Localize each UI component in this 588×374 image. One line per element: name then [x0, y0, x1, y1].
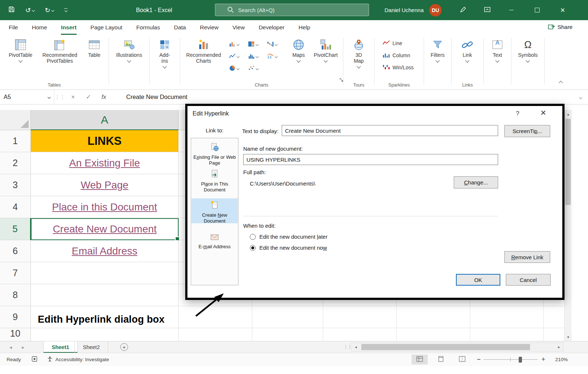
tab-page-layout[interactable]: Page Layout	[91, 20, 123, 35]
enter-entry-button[interactable]: ✓	[81, 93, 96, 101]
expand-formula-bar-button[interactable]	[573, 94, 588, 100]
name-box[interactable]: A5	[0, 90, 54, 104]
formula-content[interactable]: Create New Document	[126, 94, 573, 100]
row-header-5[interactable]: 5	[0, 218, 31, 240]
tab-review[interactable]: Review	[200, 20, 219, 35]
normal-view-button[interactable]	[412, 355, 428, 364]
customize-quick-access-button[interactable]	[62, 8, 70, 12]
share-button[interactable]: Share	[546, 21, 575, 33]
sheet-tab-sheet1[interactable]: Sheet1	[43, 341, 78, 353]
change-button[interactable]: Change...	[454, 176, 498, 188]
illustrations-button[interactable]: Illustrations	[111, 38, 147, 78]
save-button[interactable]	[6, 6, 17, 15]
cancel-entry-button[interactable]: ×	[65, 93, 81, 101]
zoom-in-button[interactable]: +	[539, 353, 548, 366]
tab-home[interactable]: Home	[32, 20, 47, 35]
recommended-pivottables-button[interactable]: Recommended PivotTables	[38, 38, 81, 78]
insert-pie-chart-button[interactable]	[228, 63, 240, 74]
pivottable-button[interactable]: PivotTable	[4, 38, 37, 78]
sparkline-line-button[interactable]: Line	[380, 38, 404, 48]
sheet-nav-right-button[interactable]: ▸	[18, 341, 29, 353]
macro-record-button[interactable]	[29, 353, 40, 366]
tab-data[interactable]: Data	[174, 20, 186, 35]
zoom-slider-track[interactable]	[483, 359, 538, 360]
cell-A3[interactable]: Web Page	[31, 174, 179, 196]
row-header-10[interactable]: 10	[0, 328, 31, 341]
filters-button[interactable]: Filters	[426, 38, 449, 78]
collapse-ribbon-button[interactable]	[556, 79, 566, 86]
dialog-close-button[interactable]: ×	[535, 107, 551, 119]
sparkline-winloss-button[interactable]: Win/Loss	[380, 62, 416, 73]
minimize-button[interactable]	[501, 0, 522, 20]
undo-button[interactable]: ↺	[23, 6, 37, 15]
row-header-3[interactable]: 3	[0, 174, 31, 196]
insert-function-button[interactable]: fx	[96, 93, 112, 101]
avatar[interactable]: DU	[429, 4, 442, 16]
scroll-up-button[interactable]: ▴	[565, 110, 572, 118]
radio-edit-later[interactable]	[250, 234, 256, 240]
cell-A10[interactable]	[31, 328, 179, 341]
page-break-view-button[interactable]	[454, 355, 470, 364]
insert-statistic-chart-button[interactable]	[247, 51, 259, 62]
row-header-7[interactable]: 7	[0, 262, 31, 284]
row-header-1[interactable]: 1	[0, 130, 31, 152]
page-layout-view-button[interactable]	[433, 355, 449, 364]
vertical-scrollbar[interactable]: ▴ ▾	[564, 110, 571, 341]
tab-view[interactable]: View	[233, 20, 245, 35]
cancel-button[interactable]: Cancel	[506, 274, 551, 286]
select-all-corner[interactable]	[0, 110, 31, 130]
name-of-new-document-input[interactable]	[243, 154, 498, 165]
linkto-create-new-document[interactable]: Create New Document	[191, 198, 238, 223]
zoom-slider-thumb[interactable]	[519, 357, 522, 363]
account-name[interactable]: Daniel Uchenna	[374, 0, 424, 20]
text-to-display-input[interactable]	[282, 125, 498, 136]
tab-developer[interactable]: Developer	[259, 20, 285, 35]
linkto-email-address[interactable]: E-mail Address	[191, 231, 238, 252]
recommended-charts-button[interactable]: Recommended Charts	[184, 38, 223, 78]
cell-A2[interactable]: An Existing File	[31, 152, 179, 174]
remove-link-button[interactable]: Remove Link	[504, 251, 550, 263]
sheet-nav-left-button[interactable]: ◂	[5, 341, 16, 353]
row-header-2[interactable]: 2	[0, 152, 31, 174]
row-header-4[interactable]: 4	[0, 196, 31, 218]
vertical-scroll-thumb[interactable]	[565, 119, 571, 205]
zoom-level[interactable]: 210%	[549, 353, 570, 366]
row-header-9[interactable]: 9	[0, 306, 31, 328]
link-button[interactable]: Link	[457, 38, 478, 78]
insert-waterfall-chart-button[interactable]	[266, 39, 278, 50]
text-button[interactable]: A Text	[487, 38, 507, 78]
cell-A7[interactable]	[31, 262, 179, 284]
cell-A5[interactable]: Create New Document	[31, 218, 179, 240]
radio-edit-now[interactable]	[250, 245, 256, 251]
row-header-6[interactable]: 6	[0, 240, 31, 262]
dialog-help-button[interactable]: ?	[510, 110, 525, 118]
screentip-button[interactable]: ScreenTip...	[504, 125, 550, 137]
horizontal-scroll-thumb[interactable]	[361, 344, 530, 350]
maps-button[interactable]: Maps	[287, 38, 310, 78]
ok-button[interactable]: OK	[456, 274, 500, 286]
column-header-A[interactable]: A	[31, 110, 179, 130]
scroll-left-button[interactable]: ◂	[352, 343, 360, 351]
tab-insert[interactable]: Insert	[61, 20, 76, 35]
cell-A6[interactable]: Email Address	[31, 240, 179, 262]
symbols-button[interactable]: Ω Symbols	[515, 38, 541, 78]
ribbon-display-options-button[interactable]	[477, 0, 497, 20]
formula-bar-grip[interactable]: ⋮⋮	[54, 94, 65, 100]
table-button[interactable]: Table	[83, 38, 106, 78]
close-button[interactable]: ×	[552, 0, 573, 20]
horizontal-scrollbar[interactable]: ◂ ▸	[351, 342, 563, 352]
ink-pen-button[interactable]	[453, 0, 473, 20]
maximize-button[interactable]	[527, 0, 547, 20]
insert-scatter-chart-button[interactable]	[247, 63, 259, 74]
row-header-8[interactable]: 8	[0, 284, 31, 306]
insert-column-chart-button[interactable]	[228, 39, 240, 50]
scroll-right-button[interactable]: ▸	[555, 343, 563, 351]
sparkline-column-button[interactable]: Column	[380, 50, 412, 60]
search-box[interactable]: Search (Alt+Q)	[215, 4, 369, 16]
scrollbar-grip-icon[interactable]: ⋮⋮	[343, 344, 351, 349]
dialog-title[interactable]: Edit Hyperlink	[193, 110, 229, 117]
addins-button[interactable]: Add-ins	[155, 38, 174, 78]
insert-combo-chart-button[interactable]	[266, 51, 278, 62]
3d-map-button[interactable]: 3D Map	[348, 38, 369, 78]
linkto-place-in-document[interactable]: Place in This Document	[191, 167, 238, 193]
